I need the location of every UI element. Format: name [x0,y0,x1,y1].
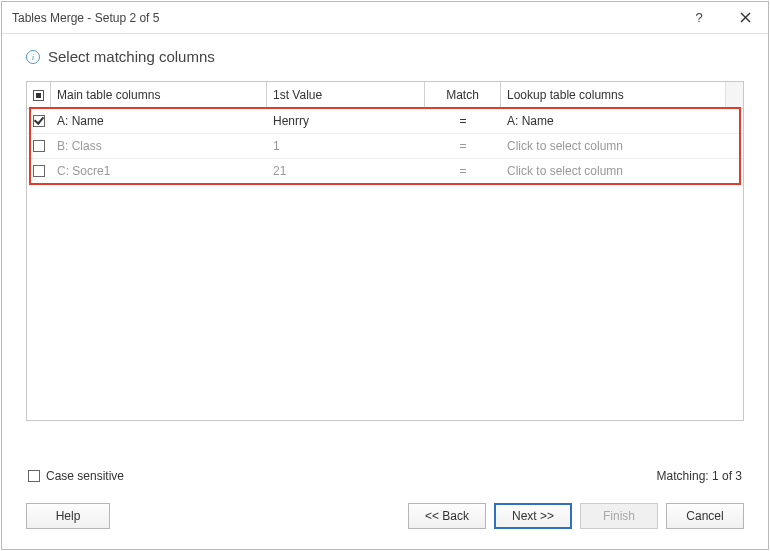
header-select-all[interactable] [27,82,51,108]
row-checkbox[interactable] [33,165,45,177]
next-button[interactable]: Next >> [494,503,572,529]
row-checkbox[interactable] [33,115,45,127]
back-button[interactable]: << Back [408,503,486,529]
cell-lookup[interactable]: Click to select column [501,164,743,178]
matching-status: Matching: 1 of 3 [657,469,742,483]
page-title: Select matching columns [48,48,215,65]
columns-table: Main table columns 1st Value Match Looku… [26,81,744,421]
header-value[interactable]: 1st Value [267,82,425,108]
cell-match[interactable]: = [425,164,501,178]
help-button[interactable]: Help [26,503,110,529]
close-icon[interactable] [722,3,768,33]
cell-lookup[interactable]: Click to select column [501,139,743,153]
header-match[interactable]: Match [425,82,501,108]
titlebar: Tables Merge - Setup 2 of 5 ? [2,2,768,34]
table-row[interactable]: C: Socre1 21 = Click to select column [27,158,743,183]
scrollbar-stub [725,82,743,108]
cell-match[interactable]: = [425,139,501,153]
footer: Help << Back Next >> Finish Cancel [2,483,768,549]
row-checkbox[interactable] [33,140,45,152]
dialog-window: Tables Merge - Setup 2 of 5 ? i Select m… [1,1,769,550]
cell-value: 21 [267,164,425,178]
cell-main: C: Socre1 [51,164,267,178]
case-sensitive-label: Case sensitive [46,469,124,483]
case-sensitive-option[interactable]: Case sensitive [28,469,124,483]
cancel-button[interactable]: Cancel [666,503,744,529]
cell-main: A: Name [51,114,267,128]
cell-value: Henrry [267,114,425,128]
heading-row: i Select matching columns [2,34,768,81]
cell-match[interactable]: = [425,114,501,128]
table-header: Main table columns 1st Value Match Looku… [27,82,743,108]
info-icon: i [26,50,40,64]
help-icon[interactable]: ? [676,3,722,33]
cell-value: 1 [267,139,425,153]
finish-button: Finish [580,503,658,529]
header-lookup[interactable]: Lookup table columns [501,82,725,108]
table-row[interactable]: B: Class 1 = Click to select column [27,133,743,158]
cell-lookup[interactable]: A: Name [501,114,743,128]
window-title: Tables Merge - Setup 2 of 5 [12,11,159,25]
cell-main: B: Class [51,139,267,153]
select-all-checkbox-icon [33,90,44,101]
header-main[interactable]: Main table columns [51,82,267,108]
case-sensitive-checkbox[interactable] [28,470,40,482]
table-row[interactable]: A: Name Henrry = A: Name [27,108,743,133]
